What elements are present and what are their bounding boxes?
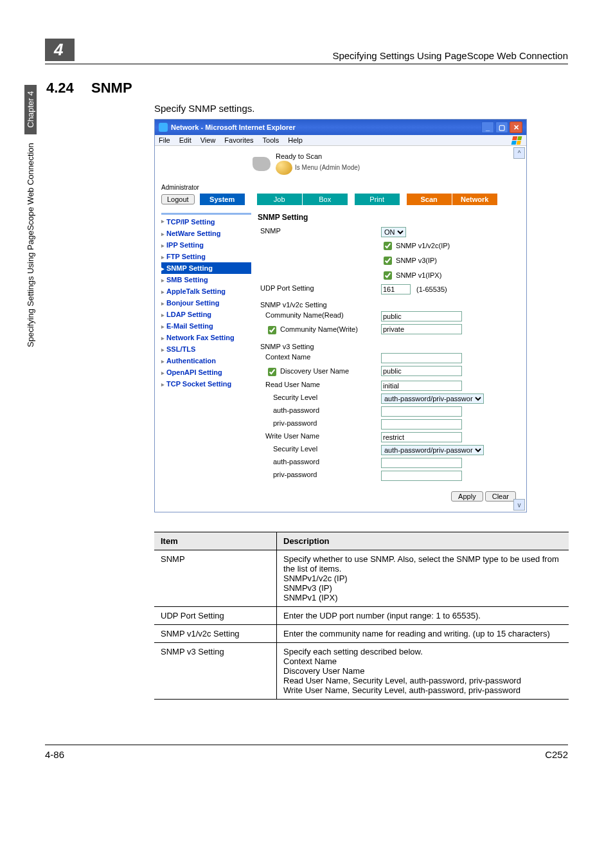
snmp-select[interactable]: ON bbox=[381, 227, 406, 237]
side-menu: TCP/IP SettingNetWare SettingIPP Setting… bbox=[161, 212, 251, 505]
write-security-level-select[interactable]: auth-password/priv-password bbox=[381, 445, 484, 455]
desc-item: SNMP v3 Setting bbox=[154, 643, 277, 700]
menu-favorites[interactable]: Favorites bbox=[224, 136, 253, 144]
v1v2c-heading: SNMP v1/v2c Setting bbox=[258, 296, 520, 310]
menu-help[interactable]: Help bbox=[288, 136, 303, 144]
tab-system[interactable]: System bbox=[200, 194, 245, 205]
sidebar-item-ssl-tls[interactable]: SSL/TLS bbox=[161, 343, 251, 355]
page-footer: 4-86 C252 bbox=[45, 745, 568, 760]
close-button[interactable]: ✕ bbox=[510, 122, 522, 133]
sidebar-item-ftp-setting[interactable]: FTP Setting bbox=[161, 251, 251, 262]
read-security-level-select[interactable]: auth-password/priv-password bbox=[381, 393, 484, 404]
menu-view[interactable]: View bbox=[200, 136, 216, 144]
snmp-opt-v1-ipx[interactable]: SNMP v1(IPX) bbox=[381, 271, 441, 279]
community-write-checkbox[interactable] bbox=[268, 326, 276, 334]
window-title: Network - Microsoft Internet Explorer bbox=[171, 123, 296, 131]
read-user-label: Read User Name bbox=[258, 379, 378, 392]
snmp-opt-v1-ipx-checkbox[interactable] bbox=[384, 271, 392, 280]
tab-box[interactable]: Box bbox=[303, 194, 348, 205]
sidebar-item-authentication[interactable]: Authentication bbox=[161, 355, 251, 366]
v3-heading: SNMP v3 Setting bbox=[258, 338, 520, 352]
snmp-label: SNMP bbox=[258, 226, 378, 239]
desc-text: Enter the UDP port number (input range: … bbox=[277, 607, 569, 625]
menu-tools[interactable]: Tools bbox=[263, 136, 280, 144]
scroll-up-button[interactable]: ^ bbox=[513, 147, 525, 159]
write-user-input[interactable] bbox=[381, 432, 462, 442]
desc-text: Specify each setting described below.Con… bbox=[277, 643, 569, 700]
write-auth-password-input[interactable] bbox=[381, 458, 462, 468]
table-row: SNMPSpecify whether to use SNMP. Also, s… bbox=[154, 550, 569, 607]
side-tab-chapter: Chapter 4 bbox=[24, 85, 37, 134]
sidebar-item-netware-setting[interactable]: NetWare Setting bbox=[161, 228, 251, 239]
banner: Ready to Scan Is Menu (Admin Mode) bbox=[155, 146, 526, 177]
maximize-button[interactable]: ▢ bbox=[495, 122, 508, 133]
page-header: 4 Specifying Settings Using PageScope We… bbox=[45, 39, 568, 64]
discovery-user-input[interactable] bbox=[381, 366, 462, 376]
write-priv-password-label: priv-password bbox=[258, 469, 378, 482]
tab-print[interactable]: Print bbox=[355, 194, 400, 205]
sidebar-item-appletalk-setting[interactable]: AppleTalk Setting bbox=[161, 285, 251, 297]
read-auth-password-label: auth-password bbox=[258, 405, 378, 418]
snmp-opt-v3-ip[interactable]: SNMP v3(IP) bbox=[381, 257, 437, 264]
section-title: SNMP bbox=[91, 80, 132, 96]
read-user-input[interactable] bbox=[381, 381, 462, 391]
tab-scan[interactable]: Scan bbox=[407, 194, 452, 205]
community-write-label: Community Name(Write) bbox=[280, 326, 358, 334]
chapter-title: Specifying Settings Using PageScope Web … bbox=[87, 50, 568, 61]
description-table: Item Description SNMPSpecify whether to … bbox=[154, 532, 569, 700]
apply-button[interactable]: Apply bbox=[451, 491, 483, 502]
udp-port-input[interactable] bbox=[381, 284, 411, 294]
logout-button[interactable]: Logout bbox=[161, 194, 195, 204]
sidebar-item-tcp-socket-setting[interactable]: TCP Socket Setting bbox=[161, 378, 251, 390]
discovery-user-checkbox[interactable] bbox=[268, 368, 276, 376]
snmp-opt-v3-ip-checkbox[interactable] bbox=[384, 257, 392, 265]
tab-network[interactable]: Network bbox=[452, 194, 498, 205]
section-number: 4.24 bbox=[46, 80, 91, 96]
table-row: UDP Port SettingEnter the UDP port numbe… bbox=[154, 607, 569, 625]
footer-page: 4-86 bbox=[45, 749, 64, 760]
sidebar-item-smb-setting[interactable]: SMB Setting bbox=[161, 274, 251, 285]
sidebar-item-ipp-setting[interactable]: IPP Setting bbox=[161, 239, 251, 251]
sidebar-item-openapi-setting[interactable]: OpenAPI Setting bbox=[161, 366, 251, 378]
write-priv-password-input[interactable] bbox=[381, 471, 462, 481]
community-read-input[interactable] bbox=[381, 311, 462, 321]
read-priv-password-input[interactable] bbox=[381, 419, 462, 429]
snmp-opt-v1v2c-ip[interactable]: SNMP v1/v2c(IP) bbox=[381, 242, 450, 249]
menu-edit[interactable]: Edit bbox=[179, 136, 191, 144]
read-auth-password-input[interactable] bbox=[381, 406, 462, 417]
desc-item: SNMP bbox=[154, 550, 277, 607]
context-name-label: Context Name bbox=[258, 352, 378, 365]
sidebar-item-bonjour-setting[interactable]: Bonjour Setting bbox=[161, 297, 251, 309]
community-write-input[interactable] bbox=[381, 324, 462, 334]
desc-head-item: Item bbox=[154, 532, 277, 550]
menubar: File Edit View Favorites Tools Help bbox=[155, 135, 526, 146]
write-user-label: Write User Name bbox=[258, 431, 378, 444]
form-heading: SNMP Setting bbox=[258, 213, 520, 222]
clear-button[interactable]: Clear bbox=[485, 491, 516, 502]
table-row: SNMP v1/v2c SettingEnter the community n… bbox=[154, 625, 569, 643]
screenshot-window: Network - Microsoft Internet Explorer _ … bbox=[154, 119, 527, 512]
sidebar-item-e-mail-setting[interactable]: E-Mail Setting bbox=[161, 320, 251, 332]
context-name-input[interactable] bbox=[381, 353, 462, 363]
tab-job[interactable]: Job bbox=[257, 194, 303, 205]
sidebar-item-snmp-setting[interactable]: SNMP Setting bbox=[161, 262, 251, 274]
admin-mode-icon bbox=[276, 161, 292, 175]
write-security-level-label: Security Level bbox=[258, 444, 378, 457]
desc-head-description: Description bbox=[277, 532, 569, 550]
footer-model: C252 bbox=[545, 749, 568, 760]
minimize-button[interactable]: _ bbox=[481, 122, 494, 133]
desc-item: UDP Port Setting bbox=[154, 607, 277, 625]
scroll-down-button[interactable]: v bbox=[513, 499, 525, 511]
banner-line1: Ready to Scan bbox=[276, 152, 360, 161]
chapter-number-badge: 4 bbox=[45, 39, 75, 61]
snmp-opt-v1v2c-ip-checkbox[interactable] bbox=[384, 242, 392, 250]
read-security-level-label: Security Level bbox=[258, 392, 378, 405]
scanner-icon bbox=[253, 157, 271, 171]
sidebar-item-network-fax-setting[interactable]: Network Fax Setting bbox=[161, 332, 251, 343]
udp-port-label: UDP Port Setting bbox=[258, 283, 378, 296]
banner-line2: Is Menu (Admin Mode) bbox=[295, 164, 360, 172]
menu-file[interactable]: File bbox=[159, 136, 170, 144]
community-read-label: Community Name(Read) bbox=[258, 310, 378, 323]
sidebar-item-ldap-setting[interactable]: LDAP Setting bbox=[161, 309, 251, 320]
sidebar-item-tcp-ip-setting[interactable]: TCP/IP Setting bbox=[161, 213, 251, 228]
